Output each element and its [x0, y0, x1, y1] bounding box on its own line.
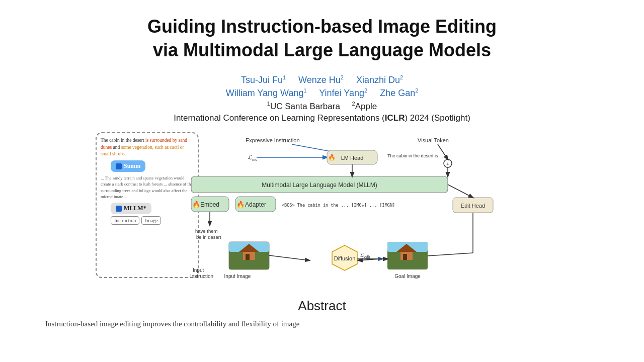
title-line2: via Multimodal Large Language Models	[153, 40, 491, 60]
lins-sub: ins	[252, 157, 257, 162]
conference-line: International Conference on Learning Rep…	[30, 113, 614, 123]
author-line1: Tsu-Jui Fu1 Wenze Hu2 Xianzhi Du2	[30, 74, 614, 85]
svg-line-11	[448, 185, 473, 198]
input-instruction-label: Input	[193, 267, 204, 273]
abstract-title: Abstract	[30, 298, 614, 314]
have-them-label: have them	[195, 228, 217, 234]
page-container: Guiding Instruction-based Image Editing …	[0, 0, 644, 340]
bos-text: <BOS> The cabin in the ... [IMG₀] ... [I…	[282, 203, 395, 208]
diffusion-label: Diffusion	[334, 255, 356, 261]
adapter-label: Adapter	[245, 201, 266, 208]
visual-token-label: Visual Token	[418, 137, 449, 143]
expressive-label: Expressive Instruction	[246, 137, 300, 143]
svg-text:🔥: 🔥	[328, 153, 336, 161]
svg-text:+: +	[446, 161, 449, 167]
embed-label: Embed	[200, 201, 219, 208]
goal-image-label: Goal Image	[394, 274, 421, 279]
input-image-label: Input Image	[224, 274, 251, 279]
title-line1: Guiding Instruction-based Image Editing	[147, 16, 497, 37]
lm-head-label: LM Head	[341, 155, 364, 161]
title-section: Guiding Instruction-based Image Editing …	[30, 15, 614, 62]
abstract-text: Instruction-based image editing improves…	[45, 318, 599, 330]
be-in-desert: be in desert	[196, 234, 221, 240]
authors-section: Tsu-Jui Fu1 Wenze Hu2 Xianzhi Du2 Willia…	[30, 74, 614, 124]
lins-label: ℒ	[248, 154, 252, 161]
diagram-svg: Expressive Instruction ℒ ins LM Head 🔥 T…	[96, 132, 548, 288]
author-line2: William Yang Wang1 Yinfei Yang2 Zhe Gan2	[30, 87, 614, 99]
svg-rect-35	[403, 254, 407, 260]
diagram-section: The cabin in the desert is surrounded by…	[96, 132, 548, 288]
svg-text:🔥: 🔥	[236, 200, 245, 209]
input-instruction-label2: Instruction	[190, 274, 213, 279]
edit-head-label: Edit Head	[461, 203, 485, 209]
ledit-label: ℒ	[360, 252, 364, 258]
svg-rect-25	[246, 254, 250, 260]
abstract-section: Abstract Instruction-based image editing…	[30, 298, 614, 330]
main-title: Guiding Instruction-based Image Editing …	[30, 15, 614, 62]
svg-line-26	[269, 255, 309, 260]
mllm-box-label: Multimodal Large Language Model (MLLM)	[262, 182, 377, 189]
cabin-output: The cabin in the desert is ...	[387, 153, 443, 158]
affiliations: 1UC Santa Barbara 2Apple	[30, 101, 614, 112]
svg-text:🔥: 🔥	[192, 200, 201, 209]
